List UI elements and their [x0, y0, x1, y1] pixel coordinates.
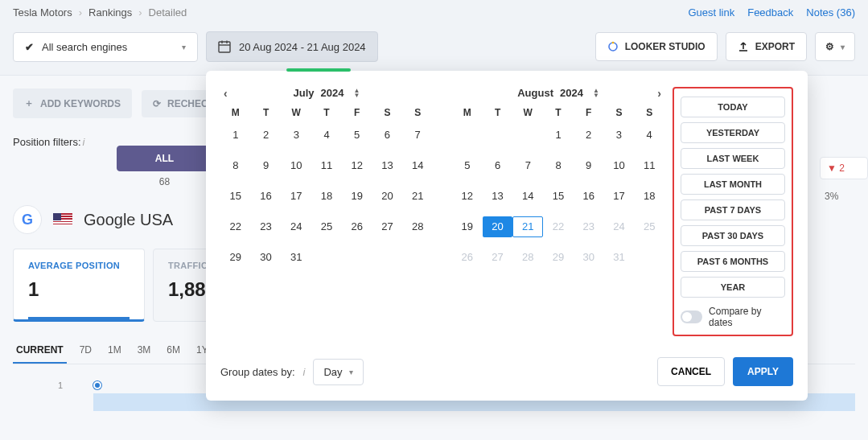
calendar-day[interactable]: 29 — [220, 247, 251, 268]
calendar-day[interactable]: 12 — [452, 186, 483, 207]
calendar-day[interactable]: 31 — [281, 247, 311, 268]
calendar-day[interactable]: 4 — [311, 125, 342, 146]
dow: T — [543, 107, 574, 118]
calendar-day[interactable]: 17 — [604, 186, 635, 207]
calendar-day[interactable]: 17 — [281, 186, 311, 207]
filter-all-button[interactable]: ALL — [117, 146, 212, 171]
date-range-button[interactable]: 20 Aug 2024 - 21 Aug 2024 — [206, 31, 378, 62]
settings-button[interactable]: ⚙ ▾ — [815, 32, 855, 61]
preset-last-month[interactable]: LAST MONTH — [681, 174, 785, 195]
preset-yesterday[interactable]: YESTERDAY — [681, 122, 785, 143]
calendar-day[interactable]: 15 — [543, 186, 574, 207]
calendar-day[interactable]: 26 — [452, 247, 483, 268]
metric-avg-position[interactable]: AVERAGE POSITION 1 — [13, 249, 145, 322]
calendar-day[interactable]: 22 — [543, 216, 574, 237]
tab-3m[interactable]: 3M — [134, 338, 154, 364]
calendar-day[interactable]: 30 — [574, 247, 604, 268]
info-icon[interactable]: i — [303, 366, 306, 378]
calendar-day[interactable]: 3 — [281, 125, 311, 146]
calendar-day[interactable]: 3 — [604, 125, 635, 146]
calendar-day[interactable]: 19 — [452, 216, 483, 237]
calendar-day[interactable]: 4 — [634, 125, 664, 146]
calendar-day[interactable]: 20 — [483, 216, 513, 237]
calendar-day[interactable]: 30 — [251, 247, 282, 268]
calendar-day[interactable]: 9 — [574, 155, 604, 176]
calendar-day[interactable]: 10 — [281, 155, 311, 176]
preset-past-7-days[interactable]: PAST 7 DAYS — [681, 199, 785, 220]
calendar-day[interactable]: 28 — [512, 247, 543, 268]
calendar-day[interactable]: 6 — [372, 125, 403, 146]
calendar-day[interactable]: 9 — [251, 155, 282, 176]
guest-link[interactable]: Guest link — [688, 6, 734, 19]
compare-toggle[interactable] — [681, 310, 702, 323]
calendar-day[interactable]: 11 — [311, 155, 342, 176]
preset-past-30-days[interactable]: PAST 30 DAYS — [681, 225, 785, 246]
calendar-day[interactable]: 20 — [372, 186, 403, 207]
calendar-day[interactable]: 16 — [251, 186, 282, 207]
search-engine-select[interactable]: ✔ All search engines ▾ — [13, 32, 198, 62]
tab-current[interactable]: CURRENT — [13, 338, 67, 364]
preset-last-week[interactable]: LAST WEEK — [681, 148, 785, 169]
calendar-day[interactable]: 18 — [311, 186, 342, 207]
preset-today[interactable]: TODAY — [681, 97, 785, 117]
calendar-day[interactable]: 16 — [574, 186, 604, 207]
calendar-day[interactable]: 13 — [483, 186, 513, 207]
calendar-day[interactable]: 26 — [342, 216, 372, 237]
calendar-day[interactable]: 5 — [342, 125, 372, 146]
preset-year[interactable]: YEAR — [681, 277, 785, 298]
calendar-day[interactable]: 10 — [604, 155, 635, 176]
calendar-day[interactable]: 2 — [251, 125, 282, 146]
feedback-link[interactable]: Feedback — [747, 6, 793, 19]
calendar-day[interactable]: 31 — [604, 247, 635, 268]
calendar-day[interactable]: 6 — [483, 155, 513, 176]
calendar-day[interactable]: 11 — [634, 155, 664, 176]
year-spinner[interactable]: ▲▼ — [593, 88, 599, 98]
prev-month-button[interactable]: ‹ — [220, 84, 231, 103]
calendar-day[interactable]: 8 — [220, 155, 251, 176]
calendar-day[interactable]: 23 — [574, 216, 604, 237]
apply-button[interactable]: APPLY — [733, 357, 793, 386]
group-by-select[interactable]: Day ▾ — [313, 359, 363, 385]
calendar-day[interactable]: 25 — [311, 216, 342, 237]
calendar-day[interactable]: 28 — [402, 216, 433, 237]
calendar-day[interactable]: 8 — [543, 155, 574, 176]
calendar-day[interactable]: 21 — [512, 216, 543, 237]
calendar-day[interactable]: 1 — [543, 125, 574, 146]
crumb-project[interactable]: Tesla Motors — [13, 6, 72, 19]
calendar-day[interactable]: 13 — [372, 155, 403, 176]
calendar-day[interactable]: 27 — [372, 216, 403, 237]
calendar-day[interactable]: 18 — [634, 186, 664, 207]
calendar-day[interactable]: 27 — [483, 247, 513, 268]
calendar-day[interactable]: 12 — [342, 155, 372, 176]
add-keywords-button[interactable]: ＋ ADD KEYWORDS — [13, 88, 132, 118]
calendar-day[interactable]: 15 — [220, 186, 251, 207]
tab-6m[interactable]: 6M — [163, 338, 183, 364]
cancel-button[interactable]: CANCEL — [657, 357, 725, 386]
calendar-day[interactable]: 24 — [281, 216, 311, 237]
calendar-day[interactable]: 21 — [402, 186, 433, 207]
calendar-day[interactable]: 29 — [543, 247, 574, 268]
year-spinner[interactable]: ▲▼ — [354, 88, 360, 98]
calendar-day[interactable]: 7 — [402, 125, 433, 146]
info-icon[interactable]: i — [83, 136, 85, 148]
calendar-day[interactable]: 5 — [452, 155, 483, 176]
crumb-section[interactable]: Rankings — [88, 6, 132, 19]
calendar-day[interactable]: 14 — [512, 186, 543, 207]
export-button[interactable]: EXPORT — [726, 32, 807, 61]
tab-1m[interactable]: 1M — [105, 338, 125, 364]
calendar-day[interactable]: 7 — [512, 155, 543, 176]
preset-past-6-months[interactable]: PAST 6 MONTHS — [681, 251, 785, 272]
next-month-button[interactable]: › — [654, 84, 664, 103]
calendar-day[interactable]: 23 — [251, 216, 282, 237]
tab-7d[interactable]: 7D — [76, 338, 95, 364]
calendar-day[interactable]: 1 — [220, 125, 251, 146]
calendar-day[interactable]: 2 — [574, 125, 604, 146]
calendar-day[interactable]: 19 — [342, 186, 372, 207]
chevron-down-icon: ▾ — [349, 368, 353, 376]
calendar-day[interactable]: 24 — [604, 216, 635, 237]
calendar-day[interactable]: 22 — [220, 216, 251, 237]
notes-link[interactable]: Notes (36) — [806, 6, 855, 19]
calendar-day[interactable]: 14 — [402, 155, 433, 176]
looker-studio-button[interactable]: LOOKER STUDIO — [595, 32, 718, 61]
calendar-day[interactable]: 25 — [634, 216, 664, 237]
